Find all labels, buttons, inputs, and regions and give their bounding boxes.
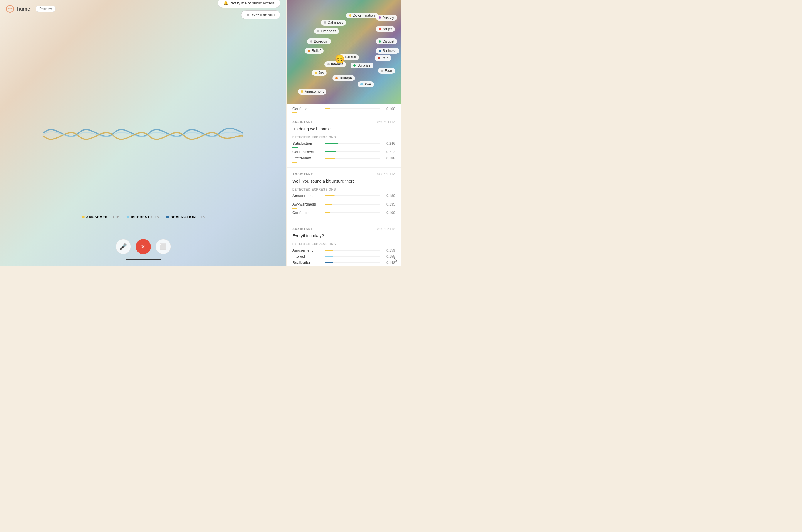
awe-label: Awe <box>358 81 374 87</box>
hume-logo-icon <box>6 5 14 13</box>
msg2-expr-3: Confusion 0.100 <box>292 210 395 215</box>
interest-dot <box>126 215 129 218</box>
expr-name: Amusement <box>292 193 322 198</box>
msg3-role: ASSISTANT <box>292 227 313 230</box>
bell-icon: 🔔 <box>223 1 228 5</box>
stop-icon: ⬜ <box>159 243 167 250</box>
expr-val: 0.159 <box>383 248 395 252</box>
msg1-detected-label: DETECTED EXPRESSIONS <box>292 136 395 139</box>
msg1-expr-3: Excitement 0.188 <box>292 156 395 160</box>
surprise-label: Surprise <box>350 62 374 69</box>
expr-bar-wrap <box>325 262 380 263</box>
msg2-expr-1: Amusement 0.180 <box>292 193 395 198</box>
msg3-header: ASSISTANT 04:07:15 PM <box>292 227 395 230</box>
fear-label: Fear <box>378 68 395 74</box>
relief-label: Relief <box>305 48 324 54</box>
amusement-map-label: Amusement <box>298 89 326 95</box>
expr-name: Satisfaction <box>292 141 322 146</box>
msg1-text: I'm doing well, thanks. <box>292 126 395 132</box>
amusement-label: AMUSEMENT <box>86 215 110 219</box>
realization-indicator: REALIZATION 0.15 <box>166 215 205 219</box>
expr-name: Confusion <box>292 210 322 215</box>
svg-point-1 <box>8 8 9 10</box>
logo-text: hume <box>17 6 30 12</box>
mic-button[interactable]: 🎤 <box>116 239 131 254</box>
msg3-expr-3: Realization 0.148 <box>292 261 395 265</box>
amusement-dot <box>81 215 84 218</box>
chat-message-3: ASSISTANT 04:07:15 PM Everything okay? D… <box>287 222 401 266</box>
expr-bar-wrap <box>325 212 380 213</box>
emotion-emoji: 😊 <box>335 54 345 64</box>
expr-name: Excitement <box>292 156 322 160</box>
msg1-header: ASSISTANT 04:07:11 PM <box>292 120 395 124</box>
msg2-header: ASSISTANT 04:07:13 PM <box>292 172 395 176</box>
expr-bar <box>325 143 339 144</box>
expr-bar-wrap <box>325 152 380 152</box>
msg2-time: 04:07:13 PM <box>377 172 395 176</box>
bottom-controls: 🎤 ✕ ⬜ <box>116 239 171 254</box>
close-button[interactable]: ✕ <box>136 239 151 254</box>
see-stuff-button[interactable]: 🖥 See it do stuff <box>241 10 280 19</box>
pain-label: Pain <box>375 55 391 61</box>
expr-val: 0.100 <box>383 211 395 215</box>
header-right: 🔔 Notify me of public access 🖥 See it do… <box>218 0 280 19</box>
confusion-partial-bar-wrap <box>325 108 380 109</box>
mic-icon: 🎤 <box>119 243 127 250</box>
realization-label: REALIZATION <box>171 215 195 219</box>
screen-icon: 🖥 <box>246 13 250 17</box>
expr-val: 0.135 <box>383 202 395 206</box>
realization-value: 0.15 <box>197 215 205 219</box>
confusion-partial-name: Confusion <box>292 107 322 111</box>
expr-bar <box>325 212 330 213</box>
notify-button[interactable]: 🔔 Notify me of public access <box>218 0 280 8</box>
confusion-partial-bar <box>325 108 330 109</box>
tiredness-label: Tiredness <box>314 28 339 34</box>
confusion-accent-bar <box>292 112 297 113</box>
msg3-expr-1: Amusement 0.159 <box>292 248 395 252</box>
joy-label: Joy <box>312 70 327 76</box>
msg3-time: 04:07:15 PM <box>377 227 395 230</box>
confusion-partial-value: 0.100 <box>383 107 395 111</box>
expr-name: Awkwardness <box>292 202 322 206</box>
msg3-text: Everything okay? <box>292 233 395 239</box>
triumph-label: Triumph <box>332 75 355 81</box>
expr-accent-yellow <box>292 217 297 217</box>
msg1-time: 04:07:11 PM <box>377 120 395 124</box>
determination-label: Determination <box>346 13 378 19</box>
expr-bar <box>325 262 333 263</box>
expr-bar-wrap <box>325 143 380 144</box>
expr-bar <box>325 256 333 257</box>
msg2-role: ASSISTANT <box>292 172 313 176</box>
expr-bar <box>325 195 335 196</box>
see-stuff-text: See it do stuff <box>252 13 275 17</box>
msg2-detected-label: DETECTED EXPRESSIONS <box>292 188 395 191</box>
stop-button[interactable]: ⬜ <box>156 239 171 254</box>
svg-point-2 <box>9 8 11 10</box>
expr-bar <box>325 152 337 152</box>
boredom-label: Boredom <box>307 38 331 44</box>
msg3-expr-2: Interest 0.155 <box>292 254 395 259</box>
anxiety-label: Anxiety <box>376 15 397 21</box>
header: hume Preview 🔔 Notify me of public acces… <box>0 0 286 18</box>
right-panel: 😊 Determination Anxiety Calmness Anger T… <box>287 0 401 266</box>
interest-value: 0.15 <box>151 215 159 219</box>
expr-val: 0.212 <box>383 150 395 154</box>
expr-val: 0.180 <box>383 194 395 198</box>
scroll-arrow[interactable]: ↘ <box>393 256 398 263</box>
notify-text: Notify me of public access <box>230 1 275 5</box>
expr-bar-wrap <box>325 158 380 158</box>
preview-badge: Preview <box>36 5 56 12</box>
expr-accent-yellow <box>292 162 297 163</box>
msg3-detected-label: DETECTED EXPRESSIONS <box>292 243 395 246</box>
chat-area[interactable]: Confusion 0.100 ASSISTANT 04:07:11 PM I'… <box>287 104 401 266</box>
expr-name: Amusement <box>292 248 322 252</box>
expr-bar-wrap <box>325 250 380 251</box>
confusion-partial: Confusion 0.100 <box>287 104 401 115</box>
msg1-expr-1: Satisfaction 0.246 <box>292 141 395 146</box>
expr-accent <box>292 147 298 148</box>
disgust-label: Disgust <box>376 38 397 44</box>
expr-bar <box>325 204 332 205</box>
emotion-map: 😊 Determination Anxiety Calmness Anger T… <box>287 0 401 104</box>
expr-accent <box>292 200 297 200</box>
interest-label: INTEREST <box>131 215 149 219</box>
